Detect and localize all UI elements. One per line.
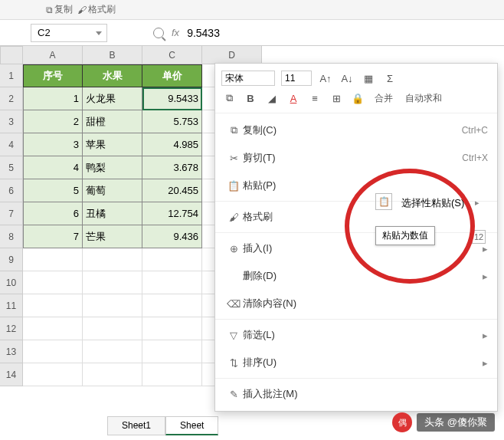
- name-box[interactable]: C2: [31, 24, 107, 42]
- cell[interactable]: 3: [23, 133, 83, 156]
- cell[interactable]: 甜橙: [83, 110, 142, 133]
- cell[interactable]: 5.753: [142, 110, 202, 133]
- cell[interactable]: [23, 363, 83, 386]
- cell[interactable]: [83, 317, 142, 340]
- row-header[interactable]: 12: [0, 317, 23, 340]
- cell[interactable]: [142, 363, 202, 386]
- row-header[interactable]: 1: [0, 64, 23, 87]
- cell[interactable]: 火龙果: [83, 87, 142, 110]
- col-header[interactable]: C: [142, 46, 202, 64]
- cell[interactable]: 苹果: [83, 133, 142, 156]
- cell[interactable]: [23, 340, 83, 363]
- row-header[interactable]: 5: [0, 156, 23, 179]
- sum-icon[interactable]: Σ: [382, 71, 398, 86]
- header-cell[interactable]: 水果: [83, 64, 142, 87]
- cell[interactable]: 9.436: [142, 225, 202, 248]
- cell[interactable]: [83, 340, 142, 363]
- cell[interactable]: 12.754: [142, 202, 202, 225]
- row-header[interactable]: 3: [0, 110, 23, 133]
- cell[interactable]: [142, 271, 202, 294]
- ctx-paste-special[interactable]: 选择性粘贴(S): [401, 196, 464, 210]
- ctx-paste[interactable]: 📋 粘贴(P): [215, 172, 497, 199]
- formula-value[interactable]: 9.5433: [187, 27, 220, 39]
- cell[interactable]: 4.985: [142, 133, 202, 156]
- cell[interactable]: [23, 317, 83, 340]
- merge-button[interactable]: 合并: [371, 90, 396, 106]
- cell[interactable]: [83, 363, 142, 386]
- font-color-icon[interactable]: A: [286, 90, 301, 106]
- row-header[interactable]: 11: [0, 294, 23, 317]
- row-header[interactable]: 13: [0, 340, 23, 363]
- avatar: 偶: [392, 412, 412, 432]
- sheet-tab[interactable]: Sheet1: [107, 416, 165, 435]
- ctx-filter[interactable]: ▽ 筛选(L) ▸: [215, 321, 497, 349]
- ctx-comment[interactable]: ✎ 插入批注(M): [215, 380, 497, 408]
- cell[interactable]: [83, 248, 142, 271]
- row-header[interactable]: 7: [0, 202, 23, 225]
- fill-color-icon[interactable]: ◢: [264, 90, 280, 106]
- column-headers: A B C D: [23, 46, 262, 64]
- cell[interactable]: 3.678: [142, 156, 202, 179]
- row-header[interactable]: 2: [0, 87, 23, 110]
- cell[interactable]: 1: [23, 87, 83, 110]
- active-cell[interactable]: 9.5433: [142, 87, 202, 110]
- cell[interactable]: [23, 271, 83, 294]
- insert-icon: ⊕: [224, 243, 243, 254]
- cell[interactable]: [23, 294, 83, 317]
- cell[interactable]: 5: [23, 179, 83, 202]
- paste-values-icon[interactable]: 12: [472, 230, 486, 244]
- ctx-insert[interactable]: ⊕ 插入(I) ▸: [215, 235, 497, 262]
- cell[interactable]: [23, 248, 83, 271]
- cell[interactable]: 葡萄: [83, 179, 142, 202]
- cell[interactable]: [142, 294, 202, 317]
- cell[interactable]: 7: [23, 225, 83, 248]
- ctx-cut[interactable]: ✂ 剪切(T) Ctrl+X: [215, 144, 497, 172]
- bold-icon[interactable]: B: [243, 90, 258, 106]
- font-select[interactable]: [221, 71, 275, 86]
- cut-icon: ✂: [224, 153, 243, 164]
- col-header[interactable]: B: [83, 46, 142, 64]
- ctx-clear[interactable]: ⌫ 清除内容(N): [215, 290, 497, 317]
- align-icon[interactable]: ≡: [307, 90, 322, 106]
- format-painter-button[interactable]: 🖌格式刷: [77, 3, 116, 16]
- row-header[interactable]: 4: [0, 133, 23, 156]
- cell[interactable]: [142, 317, 202, 340]
- ctx-sort[interactable]: ⇅ 排序(U) ▸: [215, 349, 497, 376]
- border-icon[interactable]: ⊞: [329, 90, 344, 106]
- cell-style-icon[interactable]: ▦: [361, 71, 376, 86]
- cell[interactable]: 鸭梨: [83, 156, 142, 179]
- copy-button[interactable]: ⧉复制: [46, 3, 73, 16]
- cell[interactable]: [142, 340, 202, 363]
- row-header[interactable]: 10: [0, 271, 23, 294]
- ctx-delete[interactable]: 删除(D) ▸: [215, 262, 497, 290]
- mini-toolbar: A↑ A↓ ▦ Σ ⧉ B ◢ A ≡ ⊞ 🔒 合并 自动求和: [215, 64, 497, 113]
- cell[interactable]: 20.455: [142, 179, 202, 202]
- increase-font-icon[interactable]: A↑: [318, 71, 333, 86]
- autosum-button[interactable]: 自动求和: [402, 90, 445, 106]
- cell[interactable]: 2: [23, 110, 83, 133]
- row-header[interactable]: 9: [0, 248, 23, 271]
- cell[interactable]: 芒果: [83, 225, 142, 248]
- cell[interactable]: [83, 294, 142, 317]
- header-cell[interactable]: 单价: [142, 64, 202, 87]
- lock-icon[interactable]: 🔒: [350, 90, 365, 106]
- ctx-copy[interactable]: ⧉ 复制(C) Ctrl+C: [215, 117, 497, 144]
- cell[interactable]: 4: [23, 156, 83, 179]
- copy-cell-icon[interactable]: ⧉: [221, 90, 237, 106]
- col-header[interactable]: D: [202, 46, 262, 64]
- cell[interactable]: [142, 248, 202, 271]
- row-header[interactable]: 8: [0, 225, 23, 248]
- sheet-tab-active[interactable]: Sheet: [165, 416, 218, 435]
- cell[interactable]: 丑橘: [83, 202, 142, 225]
- row-header[interactable]: 14: [0, 363, 23, 386]
- cell[interactable]: 6: [23, 202, 83, 225]
- search-icon[interactable]: [153, 28, 164, 38]
- header-cell[interactable]: 序号: [23, 64, 83, 87]
- font-size-select[interactable]: [281, 71, 312, 86]
- decrease-font-icon[interactable]: A↓: [339, 71, 355, 86]
- paste-special-icon[interactable]: 📋: [375, 193, 392, 210]
- select-all-corner[interactable]: [0, 46, 23, 64]
- row-header[interactable]: 6: [0, 179, 23, 202]
- col-header[interactable]: A: [23, 46, 83, 64]
- cell[interactable]: [83, 271, 142, 294]
